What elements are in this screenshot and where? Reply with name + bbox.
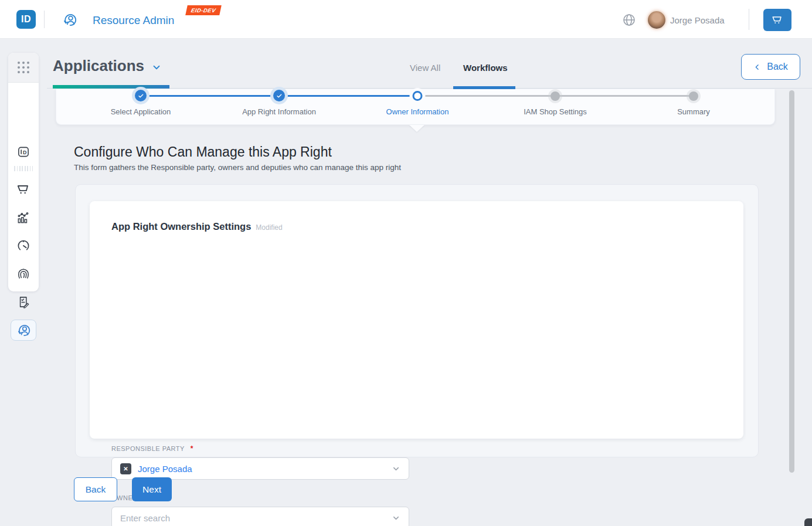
responsible-party-value: Jorge Posada	[138, 464, 192, 474]
sidebar-item-tasks[interactable]	[8, 293, 39, 311]
sidebar-item-id[interactable]: D	[8, 143, 39, 161]
chevron-down-icon	[151, 62, 162, 73]
env-badge: EID-DEV	[185, 5, 222, 15]
step-label: Summary	[629, 107, 758, 116]
svg-text:D: D	[23, 150, 27, 155]
avatar[interactable]	[648, 11, 665, 29]
globe-icon[interactable]	[622, 13, 636, 27]
resource-admin-app: ID Resource Admin EID-DEV Jorge Posada D	[0, 0, 812, 526]
back-button-top[interactable]: Back	[741, 54, 800, 80]
ownership-settings-card: App Right Ownership Settings Modified RE…	[90, 201, 743, 439]
step-current-icon	[413, 91, 423, 101]
id-card-icon: D	[16, 144, 31, 160]
cart-button[interactable]	[763, 9, 791, 31]
chevron-down-icon	[392, 514, 400, 522]
chevron-left-icon	[753, 63, 761, 71]
corner-widget[interactable]	[804, 518, 812, 526]
page-heading: Configure Who Can Manage this App Right	[74, 144, 332, 160]
sidebar-item-dashboard[interactable]	[8, 237, 39, 254]
chevron-down-icon	[392, 464, 400, 473]
resource-admin-icon	[16, 323, 31, 338]
sidebar-item-identity[interactable]	[8, 265, 39, 283]
tab-view-all[interactable]: View All	[410, 63, 440, 73]
next-button[interactable]: Next	[132, 477, 172, 501]
page-title-dropdown[interactable]: Applications	[53, 57, 162, 75]
sidebar: D	[8, 53, 39, 291]
header-divider	[44, 11, 45, 28]
step-complete-icon	[273, 90, 285, 101]
section-title: App Right Ownership Settings	[111, 221, 251, 232]
step-label: IAM Shop Settings	[491, 107, 620, 116]
owners-placeholder: Enter search	[120, 513, 170, 523]
app-title: Resource Admin	[93, 14, 174, 27]
step-label: Owner Information	[353, 107, 482, 116]
section-title-row: App Right Ownership Settings Modified	[111, 221, 283, 232]
workflow-stepper: Select Application App Right Information…	[56, 89, 775, 125]
tab-workflows[interactable]: Workflows	[463, 63, 508, 73]
cart-icon	[771, 13, 784, 26]
page-title: Applications	[53, 57, 144, 75]
analytics-chart-icon	[16, 210, 31, 225]
list-placeholder	[14, 166, 33, 171]
gauge-icon	[16, 238, 31, 253]
fingerprint-icon	[16, 266, 31, 281]
responsible-party-label: RESPONSIBLE PARTY*	[111, 444, 193, 453]
responsible-party-select[interactable]: ✕ Jorge Posada	[111, 457, 409, 480]
field-label-text: RESPONSIBLE PARTY	[111, 445, 185, 452]
sidebar-item-shop[interactable]	[8, 181, 39, 198]
user-name: Jorge Posada	[670, 15, 725, 25]
sidebar-item-resource-admin[interactable]	[11, 320, 36, 341]
required-asterisk: *	[191, 444, 193, 453]
app-launcher-button[interactable]	[8, 53, 39, 83]
app-header: ID Resource Admin EID-DEV Jorge Posada	[0, 0, 812, 39]
sidebar-item-analytics[interactable]	[8, 209, 39, 226]
app-logo[interactable]: ID	[16, 10, 36, 29]
header-divider	[749, 9, 749, 30]
modified-badge: Modified	[256, 223, 282, 232]
check-icon	[276, 93, 283, 99]
vertical-scrollbar[interactable]	[789, 90, 794, 473]
remove-selection-button[interactable]: ✕	[120, 463, 131, 474]
step-label: Select Application	[76, 107, 205, 116]
check-icon	[138, 93, 144, 99]
step-upcoming-icon	[551, 91, 560, 101]
grid-icon	[18, 62, 30, 74]
owners-select[interactable]: Enter search	[111, 507, 409, 526]
shopping-cart-icon	[16, 182, 31, 197]
back-button-label: Back	[767, 62, 788, 72]
step-complete-icon	[135, 90, 147, 101]
title-underline	[53, 85, 169, 89]
current-step-caret	[409, 125, 424, 132]
task-edit-icon	[16, 294, 31, 310]
page-subheading: This form gathers the Responsible party,…	[74, 163, 401, 172]
step-label: App Right Information	[215, 107, 344, 116]
back-button[interactable]: Back	[74, 477, 117, 501]
step-upcoming-icon	[689, 91, 698, 101]
resource-admin-icon	[62, 12, 77, 28]
